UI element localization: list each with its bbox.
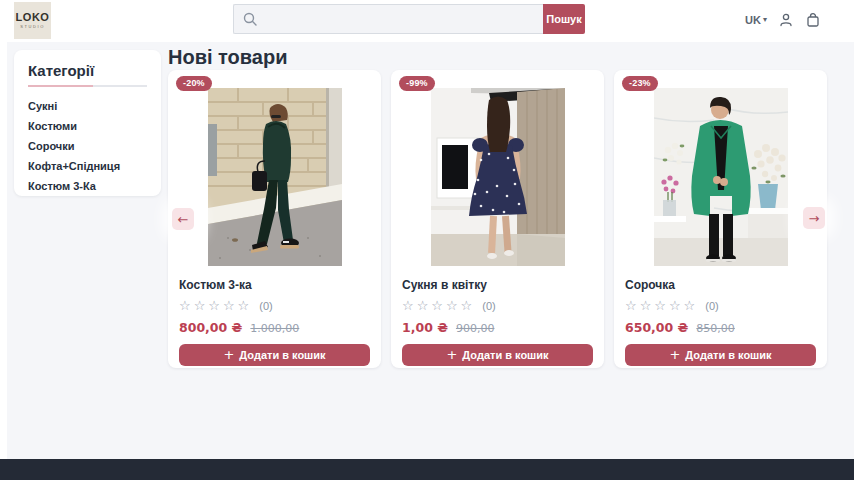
star-icons: ☆☆☆☆☆ [625,299,698,312]
plus-icon: + [446,348,457,361]
product-card: -20% [168,70,381,368]
page-title: Нові товари [168,46,287,69]
categories-panel: Категорії Сукні Костюми Сорочки Кофта+Сп… [14,50,161,196]
rating-count: (0) [482,300,495,312]
arrow-right-icon: → [809,211,820,226]
search-bar: Пошук [233,4,585,34]
product-card: -23% [614,70,827,368]
product-title[interactable]: Сорочка [625,279,816,292]
sidebar-item-shirts[interactable]: Сорочки [28,136,147,156]
product-info: Костюм 3-ка ☆☆☆☆☆ (0) 800,00 ₴ 1.000,00 … [168,266,381,366]
language-code: UK [745,14,761,26]
discount-badge: -20% [176,76,212,91]
rating-count: (0) [705,300,718,312]
price-row: 800,00 ₴ 1.000,00 [179,320,370,335]
price-row: 1,00 ₴ 900,00 [402,320,593,335]
add-to-cart-button[interactable]: + Додати в кошик [402,344,593,366]
add-to-cart-button[interactable]: + Додати в кошик [179,344,370,366]
product-photo-flower-dress [431,88,565,266]
rating-row: ☆☆☆☆☆ (0) [179,299,370,312]
star-icons: ☆☆☆☆☆ [402,299,475,312]
old-price: 900,00 [456,322,495,335]
discount-badge: -23% [622,76,658,91]
add-to-cart-label: Додати в кошик [685,349,771,361]
carousel-prev-button[interactable]: ← [172,208,194,230]
add-to-cart-label: Додати в кошик [239,349,325,361]
product-info: Сукня в квітку ☆☆☆☆☆ (0) 1,00 ₴ 900,00 +… [391,266,604,366]
logo[interactable]: LOKO STUDIO [14,2,51,39]
storefront-page: LOKO STUDIO Пошук UK ▾ Категорії [0,0,854,480]
sidebar-item-dresses[interactable]: Сукні [28,96,147,116]
bag-icon[interactable] [805,12,821,28]
search-input[interactable] [233,4,543,34]
header-actions: UK ▾ [745,0,821,40]
current-price: 650,00 ₴ [625,320,688,335]
carousel-next-button[interactable]: → [803,207,825,229]
categories-divider [28,85,147,87]
product-image[interactable] [208,88,342,266]
star-icons: ☆☆☆☆☆ [179,299,252,312]
product-photo-shirt [654,88,788,266]
product-info: Сорочка ☆☆☆☆☆ (0) 650,00 ₴ 850,00 + Дода… [614,266,827,366]
person-icon[interactable] [778,12,794,28]
chevron-down-icon: ▾ [763,16,767,24]
rating-row: ☆☆☆☆☆ (0) [402,299,593,312]
categories-list: Сукні Костюми Сорочки Кофта+Спідниця Кос… [28,96,147,196]
current-price: 800,00 ₴ [179,320,242,335]
price-row: 650,00 ₴ 850,00 [625,320,816,335]
product-title[interactable]: Костюм 3-ка [179,279,370,292]
sidebar-item-suits[interactable]: Костюми [28,116,147,136]
old-price: 850,00 [696,322,735,335]
arrow-left-icon: ← [178,212,189,227]
rating-count: (0) [259,300,272,312]
plus-icon: + [669,348,680,361]
plus-icon: + [223,348,234,361]
add-to-cart-label: Додати в кошик [462,349,548,361]
logo-text: LOKO [16,12,50,23]
discount-badge: -99% [399,76,435,91]
sidebar-item-suit-3piece[interactable]: Костюм 3-Ка [28,176,147,196]
product-title[interactable]: Сукня в квітку [402,279,593,292]
language-selector[interactable]: UK ▾ [745,14,767,26]
current-price: 1,00 ₴ [402,320,448,335]
product-image[interactable] [654,88,788,266]
add-to-cart-button[interactable]: + Додати в кошик [625,344,816,366]
categories-title: Категорії [28,62,147,79]
logo-subtext: STUDIO [20,25,45,29]
old-price: 1.000,00 [250,322,299,335]
footer-bar [0,459,854,480]
rating-row: ☆☆☆☆☆ (0) [625,299,816,312]
search-button[interactable]: Пошук [543,4,585,34]
sidebar-item-sweater-skirt[interactable]: Кофта+Спідниця [28,156,147,176]
product-card: -99% [391,70,604,368]
product-image[interactable] [431,88,565,266]
product-photo-suit-3piece [208,88,342,266]
